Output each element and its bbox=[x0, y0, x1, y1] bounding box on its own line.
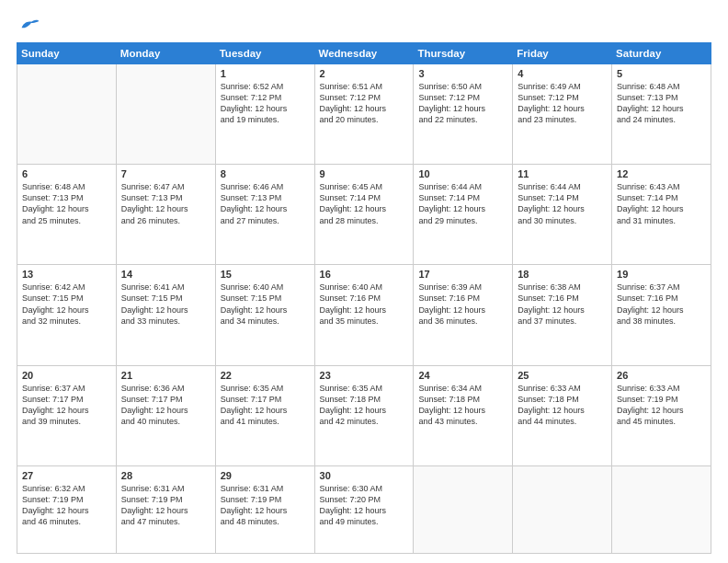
calendar-cell bbox=[414, 465, 513, 553]
day-number: 22 bbox=[221, 370, 310, 381]
day-number: 19 bbox=[617, 269, 706, 280]
cell-details: Sunrise: 6:31 AMSunset: 7:19 PMDaylight:… bbox=[221, 483, 310, 528]
logo bbox=[17, 17, 42, 33]
calendar-week-row: 6Sunrise: 6:48 AMSunset: 7:13 PMDaylight… bbox=[17, 165, 711, 265]
cell-details: Sunrise: 6:44 AMSunset: 7:14 PMDaylight:… bbox=[518, 181, 607, 226]
calendar-cell: 12Sunrise: 6:43 AMSunset: 7:14 PMDayligh… bbox=[612, 165, 711, 265]
day-number: 16 bbox=[320, 269, 409, 280]
calendar-cell: 25Sunrise: 6:33 AMSunset: 7:18 PMDayligh… bbox=[513, 365, 612, 465]
cell-details: Sunrise: 6:40 AMSunset: 7:15 PMDaylight:… bbox=[221, 282, 310, 327]
day-number: 1 bbox=[221, 68, 310, 79]
calendar-cell: 30Sunrise: 6:30 AMSunset: 7:20 PMDayligh… bbox=[314, 465, 414, 553]
cell-details: Sunrise: 6:42 AMSunset: 7:15 PMDaylight:… bbox=[22, 282, 111, 327]
cell-details: Sunrise: 6:45 AMSunset: 7:14 PMDaylight:… bbox=[320, 181, 409, 226]
cell-details: Sunrise: 6:49 AMSunset: 7:12 PMDaylight:… bbox=[518, 81, 607, 126]
page: SundayMondayTuesdayWednesdayThursdayFrid… bbox=[0, 0, 728, 563]
calendar-table: SundayMondayTuesdayWednesdayThursdayFrid… bbox=[17, 42, 711, 554]
day-number: 7 bbox=[121, 168, 210, 179]
cell-details: Sunrise: 6:32 AMSunset: 7:19 PMDaylight:… bbox=[22, 483, 111, 528]
header bbox=[17, 17, 711, 33]
calendar-cell: 18Sunrise: 6:38 AMSunset: 7:16 PMDayligh… bbox=[513, 265, 612, 365]
calendar-cell: 1Sunrise: 6:52 AMSunset: 7:12 PMDaylight… bbox=[215, 64, 314, 165]
day-number: 20 bbox=[22, 370, 111, 381]
calendar-cell: 6Sunrise: 6:48 AMSunset: 7:13 PMDaylight… bbox=[17, 165, 117, 265]
day-number: 24 bbox=[418, 370, 507, 381]
day-number: 14 bbox=[121, 269, 210, 280]
calendar-cell: 5Sunrise: 6:48 AMSunset: 7:13 PMDaylight… bbox=[612, 64, 711, 165]
day-number: 29 bbox=[221, 470, 310, 481]
cell-details: Sunrise: 6:33 AMSunset: 7:18 PMDaylight:… bbox=[518, 383, 607, 428]
calendar-cell bbox=[612, 465, 711, 553]
calendar-week-row: 20Sunrise: 6:37 AMSunset: 7:17 PMDayligh… bbox=[17, 365, 711, 465]
cell-details: Sunrise: 6:38 AMSunset: 7:16 PMDaylight:… bbox=[518, 282, 607, 327]
cell-details: Sunrise: 6:51 AMSunset: 7:12 PMDaylight:… bbox=[320, 81, 409, 126]
day-number: 12 bbox=[617, 168, 706, 179]
cell-details: Sunrise: 6:37 AMSunset: 7:16 PMDaylight:… bbox=[617, 282, 706, 327]
day-number: 17 bbox=[418, 269, 507, 280]
day-number: 4 bbox=[518, 68, 607, 79]
cell-details: Sunrise: 6:30 AMSunset: 7:20 PMDaylight:… bbox=[320, 483, 409, 528]
weekday-header: Tuesday bbox=[215, 43, 314, 64]
day-number: 11 bbox=[518, 168, 607, 179]
day-number: 13 bbox=[22, 269, 111, 280]
calendar-cell: 14Sunrise: 6:41 AMSunset: 7:15 PMDayligh… bbox=[116, 265, 215, 365]
calendar-header-row: SundayMondayTuesdayWednesdayThursdayFrid… bbox=[17, 43, 711, 64]
calendar-cell: 20Sunrise: 6:37 AMSunset: 7:17 PMDayligh… bbox=[17, 365, 117, 465]
calendar-cell: 23Sunrise: 6:35 AMSunset: 7:18 PMDayligh… bbox=[314, 365, 414, 465]
calendar-cell: 26Sunrise: 6:33 AMSunset: 7:19 PMDayligh… bbox=[612, 365, 711, 465]
day-number: 10 bbox=[418, 168, 507, 179]
cell-details: Sunrise: 6:52 AMSunset: 7:12 PMDaylight:… bbox=[221, 81, 310, 126]
calendar-cell: 2Sunrise: 6:51 AMSunset: 7:12 PMDaylight… bbox=[314, 64, 414, 165]
day-number: 3 bbox=[418, 68, 507, 79]
calendar-cell: 22Sunrise: 6:35 AMSunset: 7:17 PMDayligh… bbox=[215, 365, 314, 465]
calendar-cell: 16Sunrise: 6:40 AMSunset: 7:16 PMDayligh… bbox=[314, 265, 414, 365]
cell-details: Sunrise: 6:39 AMSunset: 7:16 PMDaylight:… bbox=[418, 282, 507, 327]
cell-details: Sunrise: 6:44 AMSunset: 7:14 PMDaylight:… bbox=[418, 181, 507, 226]
calendar-cell: 21Sunrise: 6:36 AMSunset: 7:17 PMDayligh… bbox=[116, 365, 215, 465]
calendar-cell: 4Sunrise: 6:49 AMSunset: 7:12 PMDaylight… bbox=[513, 64, 612, 165]
day-number: 21 bbox=[121, 370, 210, 381]
calendar-body: 1Sunrise: 6:52 AMSunset: 7:12 PMDaylight… bbox=[17, 64, 711, 554]
calendar-cell bbox=[17, 64, 117, 165]
day-number: 27 bbox=[22, 470, 111, 481]
calendar-cell: 27Sunrise: 6:32 AMSunset: 7:19 PMDayligh… bbox=[17, 465, 117, 553]
calendar-cell: 15Sunrise: 6:40 AMSunset: 7:15 PMDayligh… bbox=[215, 265, 314, 365]
cell-details: Sunrise: 6:50 AMSunset: 7:12 PMDaylight:… bbox=[418, 81, 507, 126]
day-number: 25 bbox=[518, 370, 607, 381]
day-number: 18 bbox=[518, 269, 607, 280]
calendar-week-row: 13Sunrise: 6:42 AMSunset: 7:15 PMDayligh… bbox=[17, 265, 711, 365]
calendar-week-row: 1Sunrise: 6:52 AMSunset: 7:12 PMDaylight… bbox=[17, 64, 711, 165]
weekday-header: Sunday bbox=[17, 43, 117, 64]
calendar-cell: 17Sunrise: 6:39 AMSunset: 7:16 PMDayligh… bbox=[414, 265, 513, 365]
cell-details: Sunrise: 6:41 AMSunset: 7:15 PMDaylight:… bbox=[121, 282, 210, 327]
day-number: 28 bbox=[121, 470, 210, 481]
day-number: 15 bbox=[221, 269, 310, 280]
calendar-cell: 13Sunrise: 6:42 AMSunset: 7:15 PMDayligh… bbox=[17, 265, 117, 365]
calendar-week-row: 27Sunrise: 6:32 AMSunset: 7:19 PMDayligh… bbox=[17, 465, 711, 553]
cell-details: Sunrise: 6:48 AMSunset: 7:13 PMDaylight:… bbox=[617, 81, 706, 126]
cell-details: Sunrise: 6:36 AMSunset: 7:17 PMDaylight:… bbox=[121, 383, 210, 428]
day-number: 6 bbox=[22, 168, 111, 179]
calendar-cell: 24Sunrise: 6:34 AMSunset: 7:18 PMDayligh… bbox=[414, 365, 513, 465]
cell-details: Sunrise: 6:35 AMSunset: 7:17 PMDaylight:… bbox=[221, 383, 310, 428]
day-number: 9 bbox=[320, 168, 409, 179]
cell-details: Sunrise: 6:33 AMSunset: 7:19 PMDaylight:… bbox=[617, 383, 706, 428]
day-number: 30 bbox=[320, 470, 409, 481]
cell-details: Sunrise: 6:47 AMSunset: 7:13 PMDaylight:… bbox=[121, 181, 210, 226]
calendar-cell: 8Sunrise: 6:46 AMSunset: 7:13 PMDaylight… bbox=[215, 165, 314, 265]
day-number: 23 bbox=[320, 370, 409, 381]
weekday-header: Saturday bbox=[612, 43, 711, 64]
cell-details: Sunrise: 6:35 AMSunset: 7:18 PMDaylight:… bbox=[320, 383, 409, 428]
cell-details: Sunrise: 6:40 AMSunset: 7:16 PMDaylight:… bbox=[320, 282, 409, 327]
cell-details: Sunrise: 6:31 AMSunset: 7:19 PMDaylight:… bbox=[121, 483, 210, 528]
logo-bird-icon bbox=[20, 17, 40, 33]
weekday-header: Monday bbox=[116, 43, 215, 64]
calendar-cell: 7Sunrise: 6:47 AMSunset: 7:13 PMDaylight… bbox=[116, 165, 215, 265]
calendar-cell: 19Sunrise: 6:37 AMSunset: 7:16 PMDayligh… bbox=[612, 265, 711, 365]
calendar-cell bbox=[116, 64, 215, 165]
weekday-header: Friday bbox=[513, 43, 612, 64]
cell-details: Sunrise: 6:48 AMSunset: 7:13 PMDaylight:… bbox=[22, 181, 111, 226]
cell-details: Sunrise: 6:37 AMSunset: 7:17 PMDaylight:… bbox=[22, 383, 111, 428]
cell-details: Sunrise: 6:34 AMSunset: 7:18 PMDaylight:… bbox=[418, 383, 507, 428]
calendar-cell: 11Sunrise: 6:44 AMSunset: 7:14 PMDayligh… bbox=[513, 165, 612, 265]
